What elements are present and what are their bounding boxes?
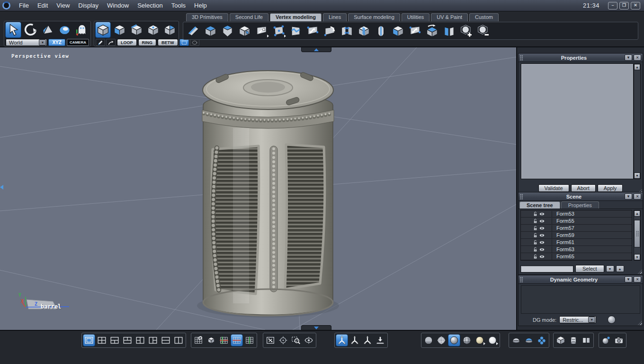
twist-corner-button[interactable] [322, 23, 338, 39]
marquee-ellipse-button[interactable] [190, 39, 199, 46]
scene-row[interactable]: Form57 [521, 225, 632, 232]
select-object-mode-button[interactable] [95, 22, 111, 38]
tab-utilities[interactable]: Utilities [402, 13, 429, 21]
properties-scrollbar[interactable]: ▲ ▼ [634, 64, 641, 179]
grid-horizontal-button[interactable] [231, 334, 243, 346]
flatten-tool-button[interactable] [374, 334, 386, 346]
lighting-button[interactable] [474, 334, 486, 346]
screenshot-camera-button[interactable] [613, 334, 625, 346]
tab-surface-modeling[interactable]: Surface modeling [348, 13, 400, 21]
shading-smooth-button[interactable] [448, 334, 460, 346]
lock-icon[interactable] [532, 211, 538, 217]
collapse-top-panel-tab[interactable] [301, 47, 331, 52]
world-dropdown[interactable]: World ▼ [6, 39, 47, 46]
grid-axes-button[interactable] [218, 334, 230, 346]
manipulator-universal-button[interactable] [336, 334, 348, 346]
lock-icon[interactable] [532, 232, 538, 238]
uv-pages-button[interactable] [580, 334, 592, 346]
look-at-button[interactable] [303, 334, 315, 346]
smoothing-dome-on-button[interactable] [523, 334, 535, 346]
tab-scene-properties[interactable]: Properties [561, 201, 599, 209]
cube-opening-button[interactable] [236, 23, 252, 39]
eye-icon[interactable] [539, 232, 545, 238]
shrink-arrows-button[interactable] [407, 23, 423, 39]
grid-vertical-button[interactable] [243, 334, 256, 346]
viewport-layout-columns-button[interactable] [172, 334, 185, 346]
tessellate-plane-button[interactable] [185, 23, 201, 39]
shading-flat-button[interactable] [422, 334, 435, 346]
scene-row[interactable]: Form53 [521, 210, 632, 218]
menu-view[interactable]: View [52, 1, 74, 10]
mirror-planes-button[interactable] [441, 23, 457, 39]
maximize-button[interactable]: ❐ [619, 2, 629, 9]
eye-icon[interactable] [539, 246, 545, 253]
crease-edges-button[interactable] [287, 23, 304, 39]
menu-edit[interactable]: Edit [33, 1, 52, 10]
eye-icon[interactable] [539, 225, 545, 231]
dynamic-geometry-header[interactable]: Dynamic Geometry ▼ ✕ [519, 275, 643, 284]
viewport-layout-top-split-button[interactable] [121, 334, 134, 346]
stretch-arrows-button[interactable] [304, 23, 321, 39]
scroll-down-button[interactable]: ▼ [634, 254, 640, 260]
scene-row[interactable]: Form61 [521, 239, 632, 246]
sweep-surface-button[interactable] [253, 23, 269, 39]
tab-lines[interactable]: Lines [323, 13, 347, 21]
menu-window[interactable]: Window [103, 1, 133, 10]
collapse-bottom-panel-tab[interactable] [301, 325, 331, 330]
select-corner-mode-button[interactable] [162, 22, 178, 38]
betw-button[interactable]: BETW [158, 39, 178, 46]
menu-selection[interactable]: Selection [133, 1, 167, 10]
chevron-down-icon[interactable]: ▼ [39, 39, 46, 46]
smoothing-dome-button[interactable] [510, 334, 522, 346]
select-edge-mode-button[interactable] [128, 22, 144, 38]
tab-second-life[interactable]: Second Life [230, 13, 268, 21]
minimize-button[interactable]: – [608, 2, 617, 9]
edit-points-button[interactable] [270, 23, 286, 39]
panel-close-button[interactable]: ✕ [634, 193, 641, 200]
rotate-view-button[interactable] [22, 22, 38, 38]
soft-select-button[interactable] [106, 39, 116, 46]
lock-icon[interactable] [532, 225, 538, 231]
edge-marker-icon[interactable] [0, 185, 3, 190]
tube-stripe-button[interactable] [373, 23, 389, 39]
cylinder-display-button[interactable] [567, 334, 580, 346]
scroll-down-button[interactable]: ▼ [634, 173, 640, 179]
menu-help[interactable]: Help [190, 1, 211, 10]
ghost-select-button[interactable] [73, 22, 89, 38]
close-button[interactable]: ✕ [631, 2, 640, 9]
material-ball-button[interactable] [486, 334, 499, 346]
camera-button[interactable]: CAMERA [67, 39, 89, 46]
tab-uv-and-paint[interactable]: UV & Paint [431, 13, 468, 21]
select-vertex-mode-button[interactable] [145, 22, 161, 38]
render-sphere-button[interactable] [600, 334, 612, 346]
scene-row[interactable]: Form63 [521, 246, 632, 253]
add-detail-sphere-button[interactable] [458, 23, 474, 39]
scene-filter-input[interactable] [520, 265, 573, 273]
tab-vertex-modeling[interactable]: Vertex modeling [270, 13, 322, 21]
panel-menu-button[interactable]: ▼ [625, 276, 632, 282]
paint-select-button[interactable] [96, 39, 105, 46]
panel-close-button[interactable]: ✕ [634, 55, 641, 61]
lock-icon[interactable] [532, 239, 538, 246]
menu-file[interactable]: File [15, 1, 33, 10]
viewport-layout-quad-button[interactable] [96, 334, 108, 346]
snap-cube-button[interactable] [205, 334, 217, 346]
scroll-up-button[interactable]: ▲ [634, 210, 640, 217]
viewport-layout-bottom-split-button[interactable] [108, 334, 121, 346]
grid-snap-button[interactable] [192, 334, 205, 346]
move-down-button[interactable]: ▼ [606, 265, 614, 272]
scroll-thumb[interactable] [634, 220, 640, 247]
rotate-face-button[interactable] [424, 23, 440, 39]
scene-panel-header[interactable]: Scene ▼ ✕ [519, 192, 643, 201]
panel-menu-button[interactable]: ▼ [625, 193, 632, 200]
eye-icon[interactable] [539, 239, 545, 246]
tab-scene-tree[interactable]: Scene tree [519, 201, 560, 209]
dynamic-subdivision-button[interactable] [536, 334, 548, 346]
panel-menu-button[interactable]: ▼ [625, 55, 632, 61]
scene-row[interactable]: Form59 [521, 232, 632, 239]
panel-close-button[interactable]: ✕ [634, 276, 641, 282]
dg-mode-dropdown[interactable]: Restric... ▼ [559, 316, 596, 323]
scene-row[interactable]: Form65 [521, 253, 632, 260]
shading-wire-shaded-button[interactable] [461, 334, 473, 346]
eye-icon[interactable] [539, 254, 545, 260]
